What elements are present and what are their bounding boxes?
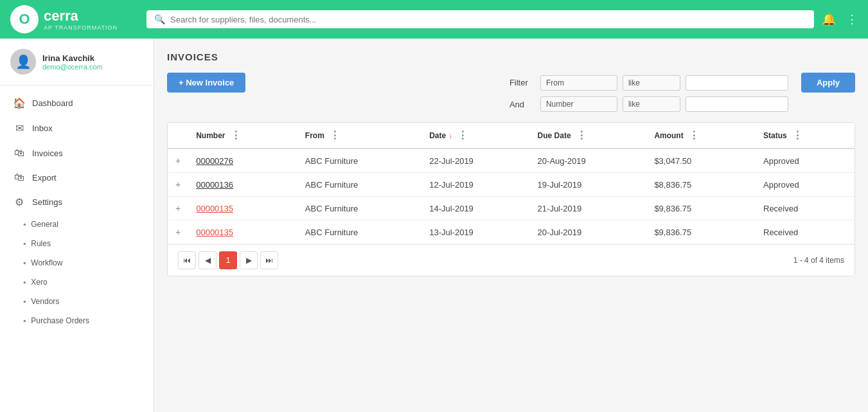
filter-from-value[interactable] (686, 75, 788, 91)
sub-icon-vendors: ▪ (23, 297, 26, 306)
td-date: 13-Jul-2019 (421, 220, 529, 244)
logo-area: O cerra AP TRANSFORMATION (10, 5, 139, 33)
pagination-summary: 1 - 4 of 4 items (793, 256, 844, 265)
td-status: Received (756, 220, 855, 244)
filter-number-field[interactable] (540, 96, 617, 112)
td-date: 12-Jul-2019 (421, 173, 529, 197)
sidebar-item-purchase-orders[interactable]: ▪ Purchase Orders (0, 311, 154, 330)
col-date-label: Date (429, 131, 446, 140)
pagination-first-button[interactable]: ⏮ (178, 251, 196, 269)
filter-label: Filter (509, 78, 535, 87)
filter-row-2: And (509, 96, 855, 112)
sidebar-item-inbox[interactable]: ✉ Inbox (0, 116, 154, 141)
sidebar-item-xero[interactable]: ▪ Xero (0, 273, 154, 292)
td-amount: $9,836.75 (646, 220, 756, 244)
sidebar-item-settings[interactable]: ⚙ Settings (0, 190, 154, 215)
filter-from-field[interactable] (540, 75, 617, 91)
user-panel: 👤 Irina Kavchik demo@ocerra.com (0, 39, 154, 85)
col-date-more-icon[interactable]: ⋮ (457, 129, 468, 141)
sidebar-item-inbox-label: Inbox (32, 123, 53, 133)
sidebar-sub-xero-label: Xero (31, 278, 47, 287)
sidebar-item-invoices-label: Invoices (32, 148, 63, 158)
col-due-date-more-icon[interactable]: ⋮ (576, 129, 587, 141)
col-amount-label: Amount (654, 131, 683, 140)
filter-from-operator[interactable] (623, 75, 680, 91)
col-due-date-label: Due Date (538, 131, 571, 140)
sidebar-sub-workflow-label: Workflow (31, 258, 62, 267)
td-amount: $3,047.50 (646, 148, 756, 173)
td-date: 22-Jul-2019 (421, 148, 529, 173)
td-due-date: 20-Jul-2019 (530, 220, 647, 244)
table-header-row: Number ⋮ From ⋮ Date (168, 123, 855, 148)
search-icon: 🔍 (154, 14, 165, 24)
td-number: 00000276 (188, 148, 297, 173)
avatar: 👤 (10, 49, 36, 75)
col-header-from: From ⋮ (297, 123, 421, 148)
td-status: Approved (756, 148, 855, 173)
sidebar-item-dashboard[interactable]: 🏠 Dashboard (0, 91, 154, 116)
col-number-more-icon[interactable]: ⋮ (231, 129, 241, 141)
settings-icon: ⚙ (13, 196, 26, 208)
sidebar-item-vendors[interactable]: ▪ Vendors (0, 292, 154, 311)
sidebar-sub-purchase-orders-label: Purchase Orders (31, 316, 89, 325)
pagination-prev-button[interactable]: ◀ (199, 251, 217, 269)
col-header-due-date: Due Date ⋮ (530, 123, 647, 148)
pagination-last-button[interactable]: ⏭ (260, 251, 278, 269)
invoice-number-link[interactable]: 00000136 (196, 180, 233, 190)
expand-icon[interactable]: + (175, 156, 181, 166)
col-amount-more-icon[interactable]: ⋮ (689, 129, 699, 141)
sidebar-sub-general-label: General (31, 220, 58, 229)
search-input[interactable] (170, 15, 806, 24)
table-row: + 00000135 ABC Furniture 14-Jul-2019 21-… (168, 197, 855, 220)
sidebar-sub-rules-label: Rules (31, 239, 51, 248)
col-from-label: From (305, 131, 324, 140)
invoice-table: Number ⋮ From ⋮ Date (168, 123, 855, 244)
invoice-number-link[interactable]: 00000276 (196, 156, 233, 166)
col-status-more-icon[interactable]: ⋮ (792, 129, 802, 141)
td-status: Approved (756, 173, 855, 197)
td-number: 00000135 (188, 197, 297, 220)
sub-icon-rules: ▪ (23, 239, 26, 248)
td-expand: + (168, 220, 188, 244)
sidebar-item-workflow[interactable]: ▪ Workflow (0, 253, 154, 273)
sidebar: 👤 Irina Kavchik demo@ocerra.com 🏠 Dashbo… (0, 39, 154, 412)
sub-icon-purchase-orders: ▪ (23, 316, 26, 325)
user-email: demo@ocerra.com (42, 63, 103, 71)
table-row: + 00000276 ABC Furniture 22-Jul-2019 20-… (168, 148, 855, 173)
pagination-bar: ⏮ ◀ 1 ▶ ⏭ 1 - 4 of 4 items (168, 244, 855, 276)
col-header-number: Number ⋮ (188, 123, 297, 148)
brand-sub: AP TRANSFORMATION (44, 24, 118, 31)
pagination-page-1-button[interactable]: 1 (219, 251, 237, 269)
expand-icon[interactable]: + (175, 179, 181, 190)
col-header-amount: Amount ⋮ (646, 123, 756, 148)
date-sort-icon[interactable]: ↓ (448, 131, 452, 140)
sidebar-item-invoices[interactable]: 🛍 Invoices (0, 141, 154, 165)
toolbar: + New Invoice Filter Apply And (167, 73, 855, 112)
sidebar-item-general[interactable]: ▪ General (0, 215, 154, 234)
col-from-more-icon[interactable]: ⋮ (330, 129, 340, 141)
filter-row-1: Filter Apply (509, 73, 855, 93)
pagination-next-button[interactable]: ▶ (240, 251, 258, 269)
topnav: O cerra AP TRANSFORMATION 🔍 🔔 ⋮ (0, 0, 868, 39)
search-bar[interactable]: 🔍 (146, 10, 814, 28)
table-body: + 00000276 ABC Furniture 22-Jul-2019 20-… (168, 148, 855, 244)
filter-number-operator[interactable] (623, 96, 680, 112)
invoice-table-wrap: Number ⋮ From ⋮ Date (167, 122, 855, 276)
sidebar-item-export[interactable]: 🛍 Export (0, 165, 154, 190)
expand-icon[interactable]: + (175, 227, 181, 237)
sidebar-item-rules[interactable]: ▪ Rules (0, 234, 154, 253)
sub-icon-xero: ▪ (23, 278, 26, 287)
more-options-icon[interactable]: ⋮ (846, 12, 858, 26)
invoice-number-link[interactable]: 00000135 (196, 228, 233, 237)
col-header-status: Status ⋮ (756, 123, 855, 148)
new-invoice-button[interactable]: + New Invoice (167, 73, 245, 93)
expand-icon[interactable]: + (175, 203, 181, 213)
apply-button[interactable]: Apply (801, 73, 855, 93)
table-row: + 00000136 ABC Furniture 12-Jul-2019 19-… (168, 173, 855, 197)
notification-icon[interactable]: 🔔 (822, 12, 836, 26)
sidebar-item-export-label: Export (32, 173, 57, 183)
invoice-number-link[interactable]: 00000135 (196, 204, 233, 213)
td-expand: + (168, 197, 188, 220)
filter-number-value[interactable] (686, 96, 788, 112)
td-expand: + (168, 173, 188, 197)
